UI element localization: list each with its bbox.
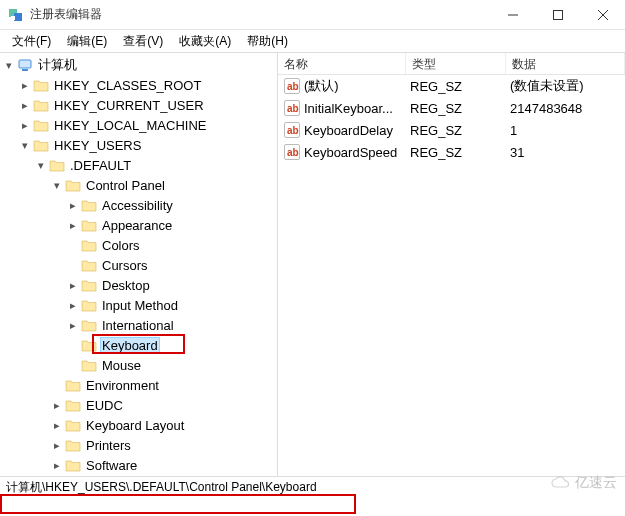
tree-hklm[interactable]: ▸HKEY_LOCAL_MACHINE	[18, 115, 277, 135]
expander-icon[interactable]	[66, 339, 80, 351]
tree-input-method[interactable]: ▸Input Method	[66, 295, 277, 315]
tree-label: .DEFAULT	[68, 158, 133, 173]
tree-label: Mouse	[100, 358, 143, 373]
expander-icon[interactable]: ▸	[18, 79, 32, 92]
expander-icon[interactable]: ▾	[34, 159, 48, 172]
window-controls	[490, 0, 625, 30]
value-type: REG_SZ	[404, 79, 504, 94]
folder-icon	[33, 118, 49, 132]
value-row[interactable]: KeyboardDelay REG_SZ 1	[278, 119, 625, 141]
expander-icon[interactable]: ▸	[50, 459, 64, 472]
folder-icon	[49, 158, 65, 172]
menu-bar: 文件(F) 编辑(E) 查看(V) 收藏夹(A) 帮助(H)	[0, 30, 625, 52]
tree-label: Control Panel	[84, 178, 167, 193]
minimize-button[interactable]	[490, 0, 535, 30]
expander-icon[interactable]: ▸	[66, 199, 80, 212]
values-pane[interactable]: 名称 类型 数据 (默认) REG_SZ (数值未设置) InitialKeyb…	[278, 53, 625, 476]
folder-icon	[81, 278, 97, 292]
expander-icon[interactable]: ▸	[50, 419, 64, 432]
tree-label: Input Method	[100, 298, 180, 313]
folder-icon	[65, 398, 81, 412]
expander-icon[interactable]	[66, 259, 80, 271]
value-name: KeyboardSpeed	[304, 145, 404, 160]
tree-appearance[interactable]: ▸Appearance	[66, 215, 277, 235]
menu-edit[interactable]: 编辑(E)	[59, 31, 115, 52]
expander-icon[interactable]	[66, 359, 80, 371]
expander-icon[interactable]: ▾	[18, 139, 32, 152]
folder-icon	[81, 198, 97, 212]
folder-icon	[81, 258, 97, 272]
regedit-icon	[8, 7, 24, 23]
tree-colors[interactable]: Colors	[66, 235, 277, 255]
tree-label: HKEY_USERS	[52, 138, 143, 153]
expander-icon[interactable]: ▸	[18, 99, 32, 112]
value-row[interactable]: InitialKeyboar... REG_SZ 2147483648	[278, 97, 625, 119]
folder-icon	[65, 378, 81, 392]
tree-label: EUDC	[84, 398, 125, 413]
tree-label: Accessibility	[100, 198, 175, 213]
folder-icon	[65, 458, 81, 472]
computer-icon	[17, 58, 33, 72]
menu-view[interactable]: 查看(V)	[115, 31, 171, 52]
expander-icon[interactable]: ▸	[66, 299, 80, 312]
tree-hku[interactable]: ▾HKEY_USERS	[18, 135, 277, 155]
col-name[interactable]: 名称	[278, 53, 406, 74]
maximize-button[interactable]	[535, 0, 580, 30]
value-row[interactable]: KeyboardSpeed REG_SZ 31	[278, 141, 625, 163]
window-title: 注册表编辑器	[30, 6, 490, 23]
expander-icon[interactable]: ▾	[2, 59, 16, 72]
value-data: (数值未设置)	[504, 77, 625, 95]
expander-icon[interactable]: ▸	[66, 279, 80, 292]
folder-icon	[81, 218, 97, 232]
expander-icon[interactable]: ▸	[50, 399, 64, 412]
tree-keyboard-layout[interactable]: ▸Keyboard Layout	[50, 415, 277, 435]
close-button[interactable]	[580, 0, 625, 30]
values-list: (默认) REG_SZ (数值未设置) InitialKeyboar... RE…	[278, 75, 625, 163]
tree-eudc[interactable]: ▸EUDC	[50, 395, 277, 415]
value-row[interactable]: (默认) REG_SZ (数值未设置)	[278, 75, 625, 97]
tree-pane[interactable]: ▾ 计算机 ▸HKEY_CLASSES_ROOT ▸HKEY_CURRENT_U…	[0, 53, 278, 476]
menu-help[interactable]: 帮助(H)	[239, 31, 296, 52]
tree-label-selected: Keyboard	[100, 337, 160, 354]
tree-desktop[interactable]: ▸Desktop	[66, 275, 277, 295]
expander-icon[interactable]: ▾	[50, 179, 64, 192]
tree-root-computer[interactable]: ▾ 计算机	[2, 55, 277, 75]
menu-favorites[interactable]: 收藏夹(A)	[171, 31, 239, 52]
col-type[interactable]: 类型	[406, 53, 506, 74]
folder-icon	[81, 318, 97, 332]
tree-default[interactable]: ▾.DEFAULT	[34, 155, 277, 175]
tree-environment[interactable]: Environment	[50, 375, 277, 395]
tree-label: Environment	[84, 378, 161, 393]
string-value-icon	[284, 78, 300, 94]
value-type: REG_SZ	[404, 123, 504, 138]
expander-icon[interactable]: ▸	[66, 219, 80, 232]
tree-software[interactable]: ▸Software	[50, 455, 277, 475]
menu-file[interactable]: 文件(F)	[4, 31, 59, 52]
tree-label: HKEY_CLASSES_ROOT	[52, 78, 203, 93]
tree-keyboard[interactable]: Keyboard	[66, 335, 277, 355]
expander-icon[interactable]: ▸	[18, 119, 32, 132]
col-data[interactable]: 数据	[506, 53, 625, 74]
expander-icon[interactable]: ▸	[66, 319, 80, 332]
expander-icon[interactable]	[50, 379, 64, 391]
tree-hkcu[interactable]: ▸HKEY_CURRENT_USER	[18, 95, 277, 115]
value-name: KeyboardDelay	[304, 123, 404, 138]
tree-cursors[interactable]: Cursors	[66, 255, 277, 275]
expander-icon[interactable]: ▸	[50, 439, 64, 452]
tree-label: Software	[84, 458, 139, 473]
expander-icon[interactable]	[66, 239, 80, 251]
tree-hkcr[interactable]: ▸HKEY_CLASSES_ROOT	[18, 75, 277, 95]
tree-label: Keyboard Layout	[84, 418, 186, 433]
value-name: InitialKeyboar...	[304, 101, 404, 116]
folder-icon	[33, 78, 49, 92]
tree-label: HKEY_LOCAL_MACHINE	[52, 118, 208, 133]
tree-control-panel[interactable]: ▾Control Panel	[50, 175, 277, 195]
status-bar: 计算机\HKEY_USERS\.DEFAULT\Control Panel\Ke…	[0, 476, 625, 498]
content-area: ▾ 计算机 ▸HKEY_CLASSES_ROOT ▸HKEY_CURRENT_U…	[0, 52, 625, 476]
value-data: 2147483648	[504, 101, 625, 116]
tree-mouse[interactable]: Mouse	[66, 355, 277, 375]
tree-printers[interactable]: ▸Printers	[50, 435, 277, 455]
tree-accessibility[interactable]: ▸Accessibility	[66, 195, 277, 215]
tree-international[interactable]: ▸International	[66, 315, 277, 335]
value-data: 31	[504, 145, 625, 160]
